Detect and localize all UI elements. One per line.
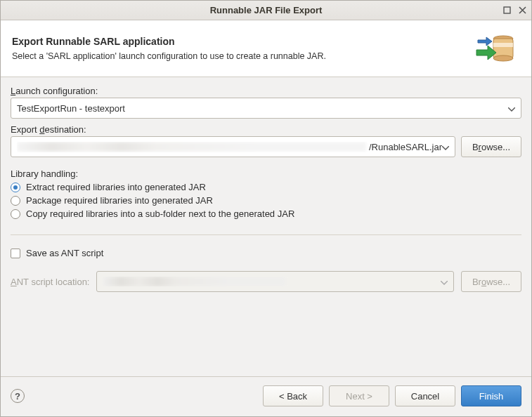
radio-icon	[11, 196, 20, 206]
export-destination-section: Export destination: /RunableSARL.jar Bro…	[11, 124, 521, 157]
chevron-down-icon	[441, 277, 448, 287]
footer-buttons: < Back Next > Cancel Finish	[263, 385, 521, 406]
redacted-path	[17, 142, 366, 152]
cancel-button[interactable]: Cancel	[395, 385, 455, 406]
window-title: Runnable JAR File Export	[210, 5, 323, 15]
library-handling-radio-group: Extract required libraries into generate…	[11, 182, 521, 219]
browse-destination-button[interactable]: Browse...	[461, 136, 521, 157]
ant-location-row: ANT script location: Browse...	[11, 271, 521, 292]
maximize-icon[interactable]	[502, 6, 512, 15]
checkbox-icon	[11, 249, 20, 258]
titlebar: Runnable JAR File Export	[1, 1, 531, 20]
launch-config-combo[interactable]: TestExportRun - testexport	[11, 98, 521, 119]
export-wizard-window: Runnable JAR File Export Export Runnable…	[0, 0, 532, 417]
save-ant-label: Save as ANT script	[26, 248, 103, 258]
content-area: Launch configuration: TestExportRun - te…	[1, 77, 531, 376]
library-handling-label: Library handling:	[11, 168, 521, 179]
radio-package[interactable]: Package required libraries into generate…	[11, 195, 521, 206]
back-button[interactable]: < Back	[263, 385, 323, 406]
ant-location-combo	[96, 271, 454, 292]
redacted-path	[103, 277, 285, 286]
close-icon[interactable]	[517, 6, 527, 15]
wizard-footer: ? < Back Next > Cancel Finish	[1, 376, 531, 416]
export-destination-value: /RunableSARL.jar	[369, 142, 442, 152]
ant-location-label: ANT script location:	[11, 277, 89, 287]
next-button: Next >	[329, 385, 389, 406]
radio-icon	[11, 183, 20, 192]
radio-icon	[11, 209, 20, 219]
svg-rect-0	[504, 7, 510, 13]
jar-export-icon	[472, 29, 520, 68]
chevron-down-icon	[442, 142, 449, 152]
browse-ant-button: Browse...	[461, 271, 521, 292]
export-destination-label: Export destination:	[11, 124, 521, 135]
banner-description: Select a 'SARL application' launch confi…	[12, 51, 326, 61]
launch-config-label: Launch configuration:	[11, 86, 521, 96]
library-handling-section: Library handling: Extract required libra…	[11, 168, 521, 219]
svg-rect-4	[493, 43, 513, 47]
launch-config-value: TestExportRun - testexport	[17, 103, 125, 114]
save-ant-checkbox-row[interactable]: Save as ANT script	[11, 248, 521, 258]
window-controls	[502, 6, 527, 15]
svg-point-3	[493, 55, 513, 61]
finish-button[interactable]: Finish	[461, 385, 521, 406]
chevron-down-icon	[508, 103, 515, 114]
banner-heading: Export Runnable SARL application	[12, 36, 326, 47]
radio-extract[interactable]: Extract required libraries into generate…	[11, 182, 521, 192]
separator	[11, 234, 521, 235]
radio-copy[interactable]: Copy required libraries into a sub-folde…	[11, 208, 521, 219]
launch-config-section: Launch configuration: TestExportRun - te…	[11, 86, 521, 119]
export-destination-combo[interactable]: /RunableSARL.jar	[11, 136, 455, 157]
banner: Export Runnable SARL application Select …	[1, 20, 531, 77]
help-icon[interactable]: ?	[11, 389, 25, 403]
